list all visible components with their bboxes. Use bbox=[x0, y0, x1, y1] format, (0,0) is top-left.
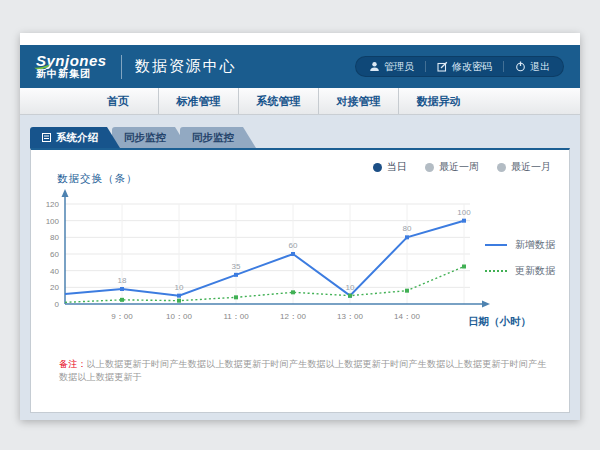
legend-item-updated-data: 更新数据 bbox=[485, 264, 555, 278]
tab-label: 同步监控 bbox=[192, 131, 234, 145]
logout-button[interactable]: 退出 bbox=[515, 60, 550, 74]
app-header: Synjones 新中新集团 数据资源中心 管理员 修改密码 bbox=[20, 45, 580, 88]
tab-bar: 系统介绍 同步监控 同步监控 bbox=[30, 127, 256, 148]
svg-text:0: 0 bbox=[55, 300, 60, 309]
tab-sync-monitor-1[interactable]: 同步监控 bbox=[112, 127, 188, 148]
svg-text:80: 80 bbox=[50, 233, 59, 242]
page-title: 数据资源中心 bbox=[135, 57, 237, 76]
radio-label: 最近一周 bbox=[439, 160, 479, 174]
radio-last-week[interactable]: 最近一周 bbox=[425, 160, 479, 174]
radio-last-month[interactable]: 最近一月 bbox=[497, 160, 551, 174]
svg-text:10：00: 10：00 bbox=[166, 312, 192, 321]
toolbar-separator bbox=[425, 61, 426, 72]
tab-system-intro[interactable]: 系统介绍 bbox=[30, 127, 120, 148]
tab-label: 系统介绍 bbox=[56, 131, 98, 145]
change-password-button[interactable]: 修改密码 bbox=[437, 60, 492, 74]
svg-text:10: 10 bbox=[346, 283, 355, 292]
radio-dot-icon bbox=[497, 163, 506, 172]
svg-text:18: 18 bbox=[118, 276, 127, 285]
svg-text:100: 100 bbox=[46, 217, 60, 226]
legend-item-new-data: 新增数据 bbox=[485, 238, 555, 252]
nav-item-data-change[interactable]: 数据异动 bbox=[398, 88, 478, 114]
power-icon bbox=[515, 61, 526, 72]
svg-text:35: 35 bbox=[232, 262, 241, 271]
radio-today[interactable]: 当日 bbox=[373, 160, 407, 174]
tab-label: 同步监控 bbox=[124, 131, 166, 145]
svg-text:80: 80 bbox=[403, 224, 412, 233]
user-menu[interactable]: 管理员 bbox=[369, 60, 414, 74]
logo[interactable]: Synjones 新中新集团 bbox=[36, 53, 107, 79]
svg-text:20: 20 bbox=[50, 283, 59, 292]
svg-text:12：00: 12：00 bbox=[280, 312, 306, 321]
user-icon bbox=[369, 61, 380, 72]
chart-card: 当日 最近一周 最近一月 数据交换（条） 0204060801001209：00… bbox=[30, 148, 570, 413]
radio-label: 当日 bbox=[387, 160, 407, 174]
main-nav: 首页 标准管理 系统管理 对接管理 数据异动 bbox=[20, 88, 580, 115]
chart-legend: 新增数据 更新数据 bbox=[485, 238, 555, 290]
tab-sync-monitor-2[interactable]: 同步监控 bbox=[180, 127, 256, 148]
dotted-line-icon bbox=[485, 270, 507, 272]
toolbar-separator bbox=[503, 61, 504, 72]
change-password-label: 修改密码 bbox=[452, 60, 492, 74]
page-body: 系统介绍 同步监控 同步监控 当日 最近一周 bbox=[20, 115, 580, 420]
edit-icon bbox=[437, 61, 448, 72]
svg-text:9：00: 9：00 bbox=[111, 312, 133, 321]
nav-item-home[interactable]: 首页 bbox=[78, 88, 158, 114]
y-axis-title: 数据交换（条） bbox=[57, 172, 138, 186]
chart-svg: 0204060801001209：0010：0011：0012：0013：001… bbox=[35, 186, 505, 326]
svg-text:11：00: 11：00 bbox=[223, 312, 249, 321]
nav-item-system-mgmt[interactable]: 系统管理 bbox=[238, 88, 318, 114]
svg-text:60: 60 bbox=[289, 241, 298, 250]
svg-text:100: 100 bbox=[457, 208, 471, 217]
nav-item-standard-mgmt[interactable]: 标准管理 bbox=[158, 88, 238, 114]
app-window: Synjones 新中新集团 数据资源中心 管理员 修改密码 bbox=[20, 33, 580, 420]
chart-area: 0204060801001209：0010：0011：0012：0013：001… bbox=[35, 186, 505, 330]
nav-item-interface-mgmt[interactable]: 对接管理 bbox=[318, 88, 398, 114]
svg-text:60: 60 bbox=[50, 250, 59, 259]
logo-subtitle: 新中新集团 bbox=[36, 69, 107, 80]
x-axis-title: 日期（小时） bbox=[468, 315, 531, 329]
solid-line-icon bbox=[485, 244, 507, 246]
svg-text:14：00: 14：00 bbox=[394, 312, 420, 321]
user-name-label: 管理员 bbox=[384, 60, 414, 74]
svg-text:40: 40 bbox=[50, 267, 59, 276]
footnote-text: 以上数据更新于时间产生数据以上数据更新于时间产生数据以上数据更新于时间产生数据以… bbox=[59, 359, 547, 382]
svg-text:13：00: 13：00 bbox=[337, 312, 363, 321]
footnote: 备注：以上数据更新于时间产生数据以上数据更新于时间产生数据以上数据更新于时间产生… bbox=[59, 358, 549, 384]
svg-text:10: 10 bbox=[175, 283, 184, 292]
user-toolbar: 管理员 修改密码 退出 bbox=[355, 56, 564, 77]
radio-dot-icon bbox=[425, 163, 434, 172]
time-filter: 当日 最近一周 最近一月 bbox=[373, 160, 551, 174]
footnote-label: 备注： bbox=[59, 359, 87, 369]
logout-label: 退出 bbox=[530, 60, 550, 74]
radio-dot-icon bbox=[373, 163, 382, 172]
radio-label: 最近一月 bbox=[511, 160, 551, 174]
header-divider bbox=[121, 55, 122, 79]
top-strip bbox=[20, 33, 580, 45]
document-icon bbox=[42, 132, 51, 144]
svg-text:120: 120 bbox=[46, 200, 60, 209]
